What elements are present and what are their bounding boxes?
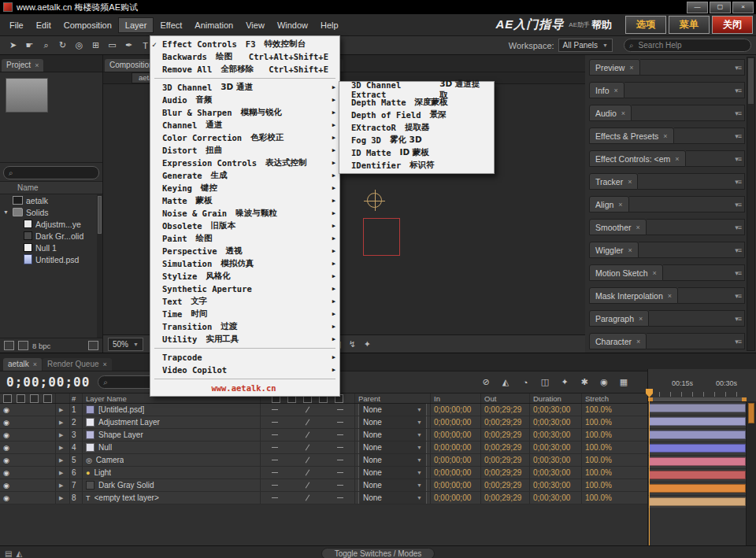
bottom-toggle-icon[interactable]: ◭ [16,549,22,558]
effect-menu-item[interactable]: Video Copilot [150,364,339,376]
layer-bar-row[interactable] [648,442,756,456]
timeline-toggle-icon[interactable]: ✦ [558,376,571,389]
effect-menu-item[interactable]: Perspective 透视 [150,245,339,257]
layer-switches[interactable] [260,416,354,428]
layer-row[interactable]: ◉ ▶ 5 ◎ Camera None▼ 0;00;00;00 [0,454,647,467]
close-tab-icon[interactable]: × [33,360,37,368]
tab-project[interactable]: Project× [2,59,43,72]
layer-duration-bar[interactable] [649,444,746,453]
effect-menu-item[interactable]: Synthetic Aperture [150,283,339,295]
menubar-item[interactable]: Window [271,18,314,32]
toggle-switches-modes-button[interactable]: Toggle Switches / Modes [321,548,435,558]
layer-in-time[interactable]: 0;00;00;00 [430,416,480,428]
layer-duration[interactable]: 0;00;30;00 [529,467,581,479]
close-panel-icon[interactable]: × [614,87,618,94]
effect-menu-item[interactable] [150,346,339,351]
close-panel-icon[interactable]: × [621,109,625,117]
item-label[interactable]: Adjustm...ye [35,220,81,229]
layer-name[interactable]: <empty text layer> [94,493,159,502]
layer-expander-icon[interactable]: ▶ [55,416,69,428]
panel-menu-icon[interactable]: ▾≡ [735,64,741,72]
layer-color-swatch[interactable] [86,405,94,414]
layer-in-time[interactable]: 0;00;00;00 [430,404,480,416]
menubar-item[interactable]: Animation [188,18,239,32]
layer-bar-row[interactable] [648,482,756,496]
close-panel-icon[interactable]: × [618,201,622,209]
layer-name[interactable]: Camera [96,456,124,464]
layer-color-swatch[interactable] [86,431,94,439]
panel-tab[interactable]: Smoother × [589,219,647,235]
layer-switches[interactable] [260,492,354,504]
layer-expander-icon[interactable]: ▶ [55,442,69,453]
layer-out-time[interactable]: 0;00;29;29 [480,416,529,428]
layer-name[interactable]: Shape Layer [98,431,143,439]
timeline-toggle-icon[interactable]: ◔ [519,376,532,389]
layer-stretch[interactable]: 100.0% [581,492,641,504]
in-column-header[interactable]: In [430,394,480,403]
timeline-toggle-icon[interactable]: ◉ [598,376,610,389]
effect-menu-item[interactable]: Obsolete 旧版本 [150,220,339,232]
submenu-item[interactable]: ID Matte ID 蒙板 [339,146,494,159]
project-item-row[interactable]: ▼ Dark Gr...olid [0,230,102,242]
project-item-row[interactable]: ▼ Adjustm...ye [0,218,102,230]
menubar-item[interactable]: Help [314,18,345,32]
effect-menu-item[interactable]: Noise & Grain 噪波与颗粒 [150,207,339,220]
parent-dropdown[interactable]: None▼ [358,404,427,416]
layer-duration[interactable]: 0;00;30;00 [529,442,581,453]
layer-bar-row[interactable] [648,496,756,509]
parent-dropdown[interactable]: None▼ [358,429,427,441]
timeline-toggle-icon[interactable]: ◫ [539,376,551,389]
magnification-dropdown[interactable]: 50%▼ [108,338,143,351]
close-tab-icon[interactable]: × [103,360,107,368]
layer-color-swatch[interactable] [86,418,94,427]
layer-out-time[interactable]: 0;00;29;29 [480,442,529,453]
effect-menu-item[interactable]: Matte 蒙板 [150,194,339,207]
close-panel-icon[interactable]: × [636,224,640,231]
timeline-tab[interactable]: Render Queue× [43,358,112,371]
layer-row[interactable]: ◉ ▶ 1 [Untitled.psd] None▼ 0;00;00;00 [0,404,647,416]
submenu-item[interactable]: EXtractoR 提取器 [339,121,494,134]
visibility-eye-icon[interactable]: ◉ [3,406,9,414]
effect-menu-item[interactable]: Distort 扭曲 [150,144,339,157]
layer-in-time[interactable]: 0;00;00;00 [430,442,480,453]
menubar-item[interactable]: Effect [154,18,188,32]
menubar-item[interactable]: File [3,18,30,32]
panel-menu-icon[interactable]: ▾≡ [735,109,741,117]
layer-bar-row[interactable] [648,429,756,442]
layer-in-time[interactable]: 0;00;00;00 [430,429,480,441]
menu-button[interactable]: 菜单 [669,16,710,34]
shape-layer-outline[interactable] [363,218,400,256]
visibility-eye-icon[interactable]: ◉ [3,419,9,427]
tool-icon[interactable]: ✒ [120,39,137,53]
color-depth-label[interactable]: 8 bpc [32,342,50,350]
effect-menu-item[interactable]: Simulation 模拟仿真 [150,257,339,270]
layer-in-time[interactable]: 0;00;00;00 [430,467,480,479]
layer-row[interactable]: ◉ ▶ 3 Shape Layer None▼ 0;00;00;00 [0,429,647,442]
layer-switches[interactable] [260,467,354,479]
layer-bar-row[interactable] [648,402,756,416]
layer-name[interactable]: Adjustment Layer [98,418,160,427]
effect-menu-item[interactable]: 3D Channel 3D 通道 [150,81,339,94]
panel-tab[interactable]: Info × [589,82,624,98]
layer-duration-bar[interactable] [649,484,746,493]
panel-menu-icon[interactable]: ▾≡ [735,269,741,277]
comp-footer-icon[interactable]: ↯ [346,339,358,349]
parent-dropdown[interactable]: None▼ [358,492,427,504]
scrollbar-thumb[interactable] [748,403,754,423]
duration-column-header[interactable]: Duration [529,394,581,403]
layer-row[interactable]: ◉ ▶ 7 Dark Gray Solid None▼ 0;00;00;0 [0,479,647,492]
panel-menu-icon[interactable]: ▾≡ [735,201,741,209]
new-folder-icon[interactable] [18,341,28,350]
layer-expander-icon[interactable]: ▶ [55,492,69,504]
effect-menu-item[interactable]: Channel 通道 [150,119,339,131]
layer-stretch[interactable]: 100.0% [581,404,641,416]
panel-tab[interactable]: Align × [589,196,629,212]
submenu-item[interactable]: IDentifier 标识符 [339,159,494,172]
bottom-toggle-icon[interactable]: ▤ [5,549,12,558]
layer-bar-row[interactable] [648,469,756,482]
effect-menu-item[interactable]: Transition 过渡 [150,320,339,333]
panel-tab[interactable]: Character × [589,333,647,349]
panel-tab[interactable]: Motion Sketch × [589,264,663,281]
layer-switches[interactable] [260,454,354,466]
submenu-item[interactable]: Fog 3D 雾化 3D [339,134,494,146]
